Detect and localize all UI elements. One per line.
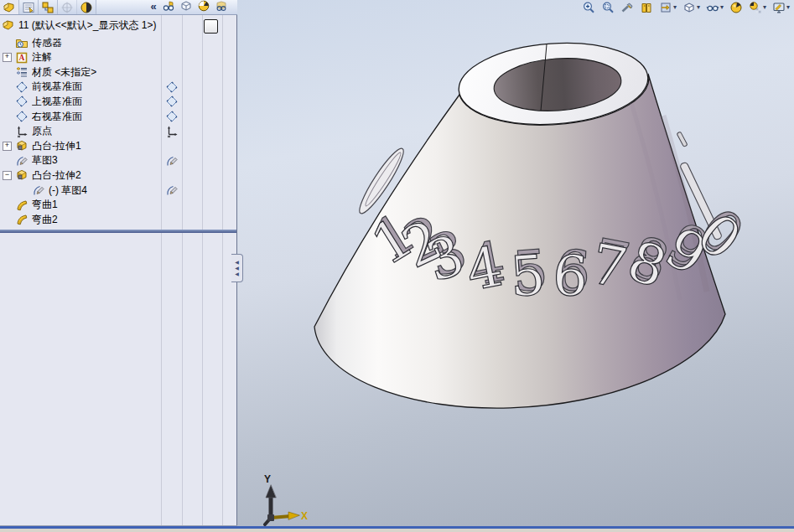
glasses-icon: [706, 1, 719, 14]
tree-item-label: 原点: [32, 124, 52, 138]
display-sphere-icon: [80, 1, 93, 14]
annot-icon: A: [15, 51, 29, 65]
plane-icon: [15, 80, 29, 94]
hide-show-column-header[interactable]: [162, 0, 175, 15]
part-icon: [3, 1, 16, 14]
model-viewport[interactable]: 1234567890 1234567890 Y X Z: [237, 15, 794, 526]
display-style-button[interactable]: ▾: [706, 1, 724, 14]
tree-item-sketch4[interactable]: (-) 草图4: [0, 183, 236, 198]
book-icon: [640, 1, 653, 14]
display-mode-column-header[interactable]: [179, 0, 193, 15]
tree-item-boss-extrude2[interactable]: −凸台-拉伸2: [0, 168, 236, 183]
tree-item-annotations[interactable]: +A注解: [0, 50, 236, 65]
scene-icon: [749, 1, 762, 14]
tree-item-label: 上视基准面: [32, 95, 82, 109]
tree-item-boss-extrude1[interactable]: +凸台-拉伸1: [0, 138, 236, 153]
material-icon: [15, 65, 29, 79]
display-pane-sketch-icon: [165, 154, 179, 168]
config-icon: [41, 1, 54, 14]
dropdown-arrow-icon[interactable]: ▾: [763, 4, 766, 11]
transparency-icon: [215, 0, 228, 13]
apply-scene-button[interactable]: ▾: [749, 1, 766, 14]
expand-toggle[interactable]: +: [3, 142, 12, 151]
graphics-area: 1234567890 1234567890 Y X Z ▾▾▾▾▾ 三维网www…: [237, 0, 794, 526]
display-mode-icon: [179, 0, 193, 13]
tree-item-label: 弯曲1: [32, 198, 58, 212]
tree-item-label: 前视基准面: [32, 80, 82, 94]
dropdown-arrow-icon[interactable]: ▾: [697, 4, 700, 11]
tree-root-item[interactable]: 11 (默认<<默认>_显示状态 1>): [2, 18, 157, 33]
tree-item-origin[interactable]: 原点: [0, 124, 236, 139]
tree-item-top-plane[interactable]: 上视基准面: [0, 94, 236, 109]
solidworks-window: 1234567890 1234567890 Y X Z ▾▾▾▾▾ 三维网www…: [0, 0, 794, 532]
tree-item-sketch3[interactable]: 草图3: [0, 153, 236, 168]
plane-icon: [15, 110, 29, 123]
cube-icon: [682, 1, 696, 14]
transparency-column-header[interactable]: [215, 0, 228, 15]
tree-item-flex2[interactable]: 弯曲2: [0, 212, 236, 227]
configurationmanager-tab[interactable]: [39, 0, 58, 14]
display-pane-plane-icon: [165, 110, 179, 123]
featuremanager-tree-tab[interactable]: [0, 0, 19, 14]
monitor-icon: [772, 1, 786, 14]
tree-item-label: 材质 <未指定>: [32, 65, 96, 80]
panel-splitter[interactable]: [0, 230, 236, 233]
section-view-button[interactable]: ▾: [659, 1, 677, 14]
view-orientation-button[interactable]: ▾: [682, 1, 700, 14]
section-icon: [659, 1, 672, 14]
svg-text:5: 5: [508, 243, 547, 310]
heads-up-view-toolbar: ▾▾▾▾▾: [582, 1, 790, 14]
tree-item-label: 凸台-拉伸1: [32, 139, 81, 153]
display-pane-plane-icon: [165, 95, 179, 108]
view-settings-button[interactable]: ▾: [772, 1, 790, 14]
tree-item-label: 传感器: [32, 36, 62, 50]
tree-item-right-plane[interactable]: 右视基准面: [0, 109, 236, 124]
tree-item-flex1[interactable]: 弯曲1: [0, 198, 236, 213]
svg-text:6: 6: [551, 243, 589, 309]
featuremanager-panel: 11 (默认<<默认>_显示状态 1>) 传感器+A注解材质 <未指定>前视基准…: [0, 15, 237, 525]
collapse-display-pane-button[interactable]: «: [147, 0, 160, 14]
zoom-in-out-button[interactable]: [582, 1, 595, 14]
sphere-yellow-icon: [729, 1, 743, 14]
window-bottom-edge: [0, 529, 794, 532]
dropdown-arrow-icon[interactable]: ▾: [720, 4, 724, 11]
part-icon: [2, 18, 15, 32]
boss-icon: [15, 168, 29, 182]
tree-item-front-plane[interactable]: 前视基准面: [0, 80, 236, 95]
dimxpert-icon: [60, 1, 74, 14]
propertymanager-tab[interactable]: [19, 0, 39, 14]
reference-triad: Y X Z: [264, 473, 308, 526]
edit-appearance-button[interactable]: [729, 1, 743, 14]
magnifier-icon: [601, 1, 615, 14]
display-pane-origin-icon: [165, 125, 179, 138]
telescope-icon: [620, 1, 634, 14]
expand-toggle[interactable]: +: [3, 53, 12, 62]
hide-show-icon: [162, 0, 175, 13]
dropdown-arrow-icon[interactable]: ▾: [786, 4, 790, 11]
tree-item-label: 注解: [32, 50, 52, 65]
appearance-column-header[interactable]: [197, 0, 210, 15]
expand-toggle[interactable]: −: [3, 171, 12, 180]
displaymanager-tab[interactable]: [77, 0, 96, 14]
sketch-icon: [32, 183, 45, 197]
property-icon: [22, 1, 35, 14]
boss-icon: [15, 139, 29, 152]
tree-item-label: 右视基准面: [32, 110, 82, 124]
tree-item-material[interactable]: 材质 <未指定>: [0, 65, 236, 80]
triad-y-label: Y: [264, 473, 271, 485]
panel-collapse-handle[interactable]: ◀◀◀: [231, 254, 243, 282]
origin-icon: [15, 125, 29, 138]
magnifier-plus-icon: [582, 1, 595, 14]
display-pane-headers: [162, 0, 228, 14]
dimxpertmanager-tab[interactable]: [58, 0, 77, 14]
display-pane-plane-icon: [165, 80, 179, 94]
tree-item-label: 凸台-拉伸2: [32, 168, 81, 183]
tree-item-sensors[interactable]: 传感器: [0, 35, 236, 50]
appearance-swatch[interactable]: [204, 19, 218, 34]
previous-view-button[interactable]: [640, 1, 653, 14]
triad-x-label: X: [301, 510, 308, 522]
sketch-icon: [15, 154, 29, 168]
magnified-selection-button[interactable]: [620, 1, 634, 14]
zoom-to-area-button[interactable]: [601, 1, 615, 14]
dropdown-arrow-icon[interactable]: ▾: [673, 4, 677, 11]
